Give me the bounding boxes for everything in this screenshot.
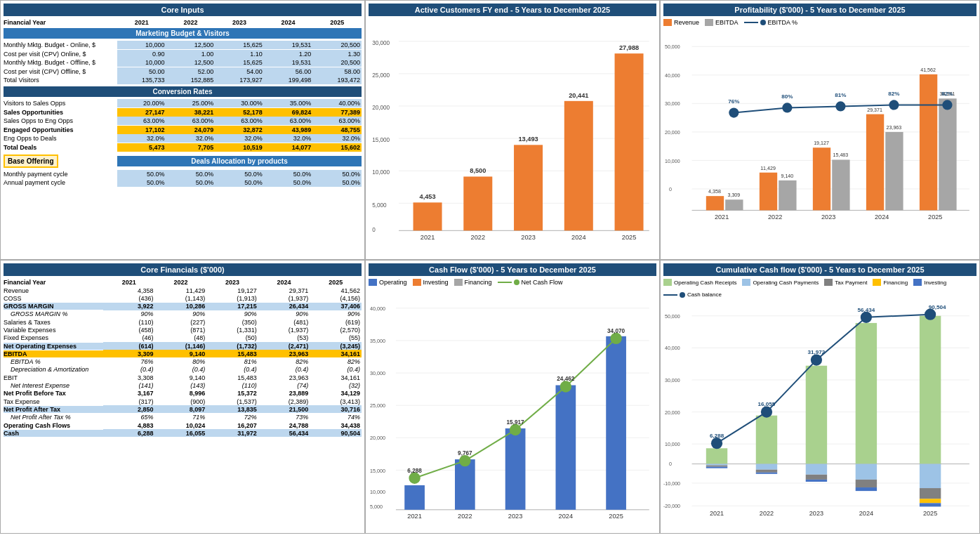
fin-cell-7-3: (2,471) <box>258 342 310 350</box>
fin-cell-9-1: 80% <box>155 358 207 366</box>
cell-1-2: 1.10 <box>215 50 264 58</box>
cumulative-cash-title: Cumulative Cash flow ($'000) - 5 Years t… <box>663 263 976 276</box>
svg-text:20,000: 20,000 <box>665 410 680 416</box>
svg-rect-55 <box>939 98 956 210</box>
svg-rect-137 <box>756 470 777 473</box>
fin-cell-12-3: (74) <box>258 382 310 390</box>
svg-rect-133 <box>706 466 727 467</box>
year-2024: 2024 <box>264 19 313 26</box>
legend-cash-balance: Cash balance <box>663 291 722 298</box>
svg-text:50,000: 50,000 <box>665 314 680 320</box>
cell-2-2: 15,625 <box>215 58 264 67</box>
fin-cell-0-1: 11,429 <box>155 287 207 294</box>
cell-0-4: 20,500 <box>312 41 362 49</box>
cum-investing-icon <box>913 279 922 286</box>
svg-point-65 <box>835 101 845 111</box>
fin-label-12: Net Interest Expense <box>4 382 103 389</box>
cell-4-2: 32.0% <box>215 134 264 143</box>
financing-legend-label: Financing <box>465 279 492 286</box>
cell-0-2: 15,625 <box>215 41 264 49</box>
svg-text:3,309: 3,309 <box>727 192 740 198</box>
fin-cell-14-0: (317) <box>103 397 155 405</box>
svg-text:2021: 2021 <box>407 513 422 520</box>
net-cash-legend-label: Net Cash Flow <box>522 279 563 286</box>
svg-text:0: 0 <box>669 187 672 192</box>
svg-text:0: 0 <box>669 461 672 467</box>
cell-1-1: 38,221 <box>166 108 216 117</box>
svg-line-59 <box>840 105 894 106</box>
fin-cell-3-1: 90% <box>155 310 207 318</box>
svg-text:-20,000: -20,000 <box>663 504 680 509</box>
svg-text:13,493: 13,493 <box>518 136 538 143</box>
ebitda-pct-legend-label: EBITDA % <box>768 19 798 26</box>
fin-label-4: Salaries & Taxes <box>4 319 103 326</box>
row-label-3: Engaged Opportunities <box>4 126 117 133</box>
fin-cell-14-3: (2,389) <box>258 397 310 405</box>
fin-cell-17-2: 16,207 <box>206 421 258 429</box>
svg-text:34,070: 34,070 <box>607 328 625 334</box>
svg-text:2024: 2024 <box>559 513 574 520</box>
row-label-3: Cost per visit (CPV) Offline, $ <box>4 68 117 75</box>
fin-cell-11-3: 23,963 <box>258 374 310 381</box>
fin-row-5: Variable Expenses(458)(871)(1,331)(1,937… <box>4 326 362 334</box>
svg-text:30,000: 30,000 <box>665 101 680 107</box>
fin-cell-10-4: (0.4) <box>310 366 362 374</box>
cell-2-4: 63.00% <box>312 117 362 125</box>
fin-cell-2-0: 3,922 <box>103 303 155 310</box>
fin-cell-6-1: (48) <box>155 334 207 342</box>
svg-rect-47 <box>725 199 743 210</box>
cell-0-3: 35.00% <box>264 99 313 107</box>
cell-5-2: 10,519 <box>215 143 264 152</box>
data-row-4: Total Visitors135,733152,885173,927199,4… <box>4 76 362 84</box>
fin-cell-9-0: 76% <box>103 358 155 366</box>
cell-4-0: 135,733 <box>117 76 166 84</box>
svg-text:40,000: 40,000 <box>665 346 680 351</box>
data-row-0: Monthly Mktg. Budget - Online, $10,00012… <box>4 41 362 49</box>
cash-balance-line-icon <box>663 294 677 296</box>
fin-cell-11-4: 34,161 <box>310 374 362 381</box>
data-row-1: Cost per visit (CPV) Online, $0.901.001.… <box>4 50 362 58</box>
data-row-1: Sales Opportunities27,14738,22152,17869,… <box>4 108 362 117</box>
fin-row-8: EBITDA3,3099,14015,48323,96334,161 <box>4 350 362 357</box>
cell-1-2: 50.0% <box>215 178 264 187</box>
data-row-3: Cost per visit (CPV) Offline, $50.0052.0… <box>4 67 362 76</box>
fin-row-13: Net Profit Before Tax3,1678,99615,37223,… <box>4 390 362 397</box>
fin-cell-0-4: 41,562 <box>310 287 362 294</box>
svg-text:20,000: 20,000 <box>372 105 390 111</box>
cell-2-1: 63.00% <box>166 117 216 125</box>
cash-flow-title: Cash Flow ($'000) - 5 Years to December … <box>369 263 656 276</box>
cell-4-3: 32.0% <box>264 134 313 143</box>
profitability-panel: Profitability ($'000) - 5 Years to Decem… <box>660 0 980 260</box>
revenue-legend-label: Revenue <box>674 19 699 26</box>
fin-cell-3-3: 90% <box>258 310 310 318</box>
svg-text:6,288: 6,288 <box>710 433 724 439</box>
fin-cell-8-0: 3,309 <box>103 350 155 357</box>
fin-cell-0-0: 4,358 <box>103 287 155 294</box>
svg-text:29,371: 29,371 <box>867 107 882 113</box>
svg-text:2024: 2024 <box>875 213 889 221</box>
row-label-0: Monthly payment cycle <box>4 171 117 178</box>
svg-rect-91 <box>404 485 425 510</box>
svg-point-61 <box>729 107 739 117</box>
cash-balance-label: Cash balance <box>687 291 722 298</box>
fin-row-0: Revenue4,35811,42919,12729,37141,562 <box>4 287 362 294</box>
fin-label-15: Net Profit After Tax <box>4 406 103 413</box>
svg-text:2021: 2021 <box>710 510 724 517</box>
base-offering-label: Base Offering <box>4 155 58 168</box>
svg-rect-145 <box>856 480 877 487</box>
fin-row-15: Net Profit After Tax2,8508,09713,83521,5… <box>4 405 362 413</box>
fin-row-2: GROSS MARGIN3,92210,28617,21526,43437,40… <box>4 303 362 310</box>
svg-text:31,972: 31,972 <box>808 349 826 355</box>
svg-text:20,441: 20,441 <box>569 92 588 99</box>
fin-label-9: EBITDA % <box>4 358 103 365</box>
fin-cell-7-2: (1,732) <box>206 342 258 350</box>
fin-row-10: Depreciation & Amortization(0.4)(0.4)(0.… <box>4 366 362 374</box>
cash-flow-panel: Cash Flow ($'000) - 5 Years to December … <box>365 260 660 534</box>
svg-text:30,000: 30,000 <box>370 371 385 376</box>
svg-text:10,000: 10,000 <box>372 169 390 176</box>
cell-2-4: 20,500 <box>312 58 362 67</box>
legend-tax: Tax Payment <box>824 279 867 286</box>
fin-cell-12-4: (32) <box>310 382 362 390</box>
financial-year-label: Financial Year <box>4 19 117 26</box>
fin-cell-13-2: 15,372 <box>206 390 258 397</box>
